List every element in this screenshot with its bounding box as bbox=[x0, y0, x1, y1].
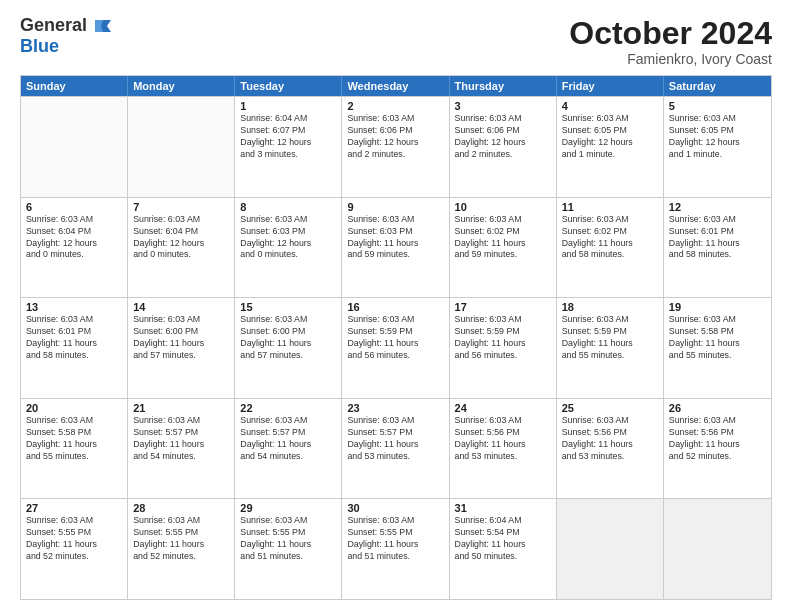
day-of-week-monday: Monday bbox=[128, 76, 235, 96]
logo-flag-icon bbox=[93, 18, 111, 34]
title-block: October 2024 Famienkro, Ivory Coast bbox=[569, 16, 772, 67]
cell-info: and 58 minutes. bbox=[669, 249, 766, 261]
cell-info: Sunrise: 6:04 AM bbox=[240, 113, 336, 125]
cell-info: Daylight: 11 hours bbox=[455, 338, 551, 350]
day-number: 15 bbox=[240, 301, 336, 313]
day-of-week-friday: Friday bbox=[557, 76, 664, 96]
calendar-day-21: 21Sunrise: 6:03 AMSunset: 5:57 PMDayligh… bbox=[128, 399, 235, 499]
logo: General Blue bbox=[20, 16, 111, 57]
cell-info: Sunset: 6:03 PM bbox=[347, 226, 443, 238]
calendar-day-20: 20Sunrise: 6:03 AMSunset: 5:58 PMDayligh… bbox=[21, 399, 128, 499]
day-number: 19 bbox=[669, 301, 766, 313]
cell-info: Sunrise: 6:03 AM bbox=[455, 214, 551, 226]
cell-info: Daylight: 11 hours bbox=[562, 338, 658, 350]
day-number: 2 bbox=[347, 100, 443, 112]
cell-info: Daylight: 11 hours bbox=[240, 439, 336, 451]
cell-info: Sunset: 5:55 PM bbox=[347, 527, 443, 539]
cell-info: and 0 minutes. bbox=[26, 249, 122, 261]
cell-info: and 52 minutes. bbox=[133, 551, 229, 563]
cell-info: Sunset: 5:59 PM bbox=[455, 326, 551, 338]
cell-info: Sunrise: 6:03 AM bbox=[562, 415, 658, 427]
cell-info: and 58 minutes. bbox=[562, 249, 658, 261]
cell-info: Daylight: 11 hours bbox=[669, 338, 766, 350]
day-number: 7 bbox=[133, 201, 229, 213]
cell-info: Sunrise: 6:03 AM bbox=[347, 113, 443, 125]
cell-info: Daylight: 11 hours bbox=[347, 238, 443, 250]
cell-info: Daylight: 11 hours bbox=[240, 338, 336, 350]
day-number: 28 bbox=[133, 502, 229, 514]
cell-info: Sunset: 6:07 PM bbox=[240, 125, 336, 137]
calendar-day-28: 28Sunrise: 6:03 AMSunset: 5:55 PMDayligh… bbox=[128, 499, 235, 599]
calendar-day-17: 17Sunrise: 6:03 AMSunset: 5:59 PMDayligh… bbox=[450, 298, 557, 398]
cell-info: and 52 minutes. bbox=[26, 551, 122, 563]
cell-info: Sunrise: 6:03 AM bbox=[562, 113, 658, 125]
day-number: 18 bbox=[562, 301, 658, 313]
page: General Blue October 2024 Famienkro, Ivo… bbox=[0, 0, 792, 612]
cell-info: Daylight: 11 hours bbox=[347, 338, 443, 350]
cell-info: Sunset: 5:56 PM bbox=[455, 427, 551, 439]
calendar-day-25: 25Sunrise: 6:03 AMSunset: 5:56 PMDayligh… bbox=[557, 399, 664, 499]
logo-general: General bbox=[20, 15, 87, 35]
calendar-day-29: 29Sunrise: 6:03 AMSunset: 5:55 PMDayligh… bbox=[235, 499, 342, 599]
day-of-week-wednesday: Wednesday bbox=[342, 76, 449, 96]
calendar-day-18: 18Sunrise: 6:03 AMSunset: 5:59 PMDayligh… bbox=[557, 298, 664, 398]
cell-info: Sunrise: 6:03 AM bbox=[133, 214, 229, 226]
day-number: 1 bbox=[240, 100, 336, 112]
day-number: 24 bbox=[455, 402, 551, 414]
day-of-week-sunday: Sunday bbox=[21, 76, 128, 96]
cell-info: Sunset: 6:03 PM bbox=[240, 226, 336, 238]
calendar-day-2: 2Sunrise: 6:03 AMSunset: 6:06 PMDaylight… bbox=[342, 97, 449, 197]
cell-info: Sunset: 5:59 PM bbox=[347, 326, 443, 338]
cell-info: Daylight: 12 hours bbox=[562, 137, 658, 149]
cell-info: Sunset: 6:04 PM bbox=[133, 226, 229, 238]
cell-info: Sunrise: 6:03 AM bbox=[562, 214, 658, 226]
cell-info: Daylight: 11 hours bbox=[455, 539, 551, 551]
day-number: 10 bbox=[455, 201, 551, 213]
cell-info: Daylight: 11 hours bbox=[455, 439, 551, 451]
calendar-day-24: 24Sunrise: 6:03 AMSunset: 5:56 PMDayligh… bbox=[450, 399, 557, 499]
calendar-day-4: 4Sunrise: 6:03 AMSunset: 6:05 PMDaylight… bbox=[557, 97, 664, 197]
day-number: 20 bbox=[26, 402, 122, 414]
calendar-day-31: 31Sunrise: 6:04 AMSunset: 5:54 PMDayligh… bbox=[450, 499, 557, 599]
calendar-week-1: 1Sunrise: 6:04 AMSunset: 6:07 PMDaylight… bbox=[21, 96, 771, 197]
cell-info: Sunrise: 6:03 AM bbox=[669, 113, 766, 125]
cell-info: Daylight: 12 hours bbox=[669, 137, 766, 149]
cell-info: Daylight: 12 hours bbox=[26, 238, 122, 250]
calendar: SundayMondayTuesdayWednesdayThursdayFrid… bbox=[20, 75, 772, 600]
cell-info: and 59 minutes. bbox=[347, 249, 443, 261]
cell-info: and 55 minutes. bbox=[26, 451, 122, 463]
calendar-day-6: 6Sunrise: 6:03 AMSunset: 6:04 PMDaylight… bbox=[21, 198, 128, 298]
cell-info: and 52 minutes. bbox=[669, 451, 766, 463]
calendar-week-2: 6Sunrise: 6:03 AMSunset: 6:04 PMDaylight… bbox=[21, 197, 771, 298]
cell-info: Daylight: 12 hours bbox=[240, 238, 336, 250]
cell-info: and 55 minutes. bbox=[669, 350, 766, 362]
cell-info: Sunset: 5:58 PM bbox=[26, 427, 122, 439]
cell-info: and 57 minutes. bbox=[133, 350, 229, 362]
cell-info: Sunset: 6:01 PM bbox=[26, 326, 122, 338]
cell-info: and 2 minutes. bbox=[347, 149, 443, 161]
day-number: 11 bbox=[562, 201, 658, 213]
day-number: 12 bbox=[669, 201, 766, 213]
cell-info: Sunset: 6:02 PM bbox=[455, 226, 551, 238]
cell-info: Daylight: 11 hours bbox=[26, 439, 122, 451]
calendar-week-5: 27Sunrise: 6:03 AMSunset: 5:55 PMDayligh… bbox=[21, 498, 771, 599]
cell-info: Daylight: 11 hours bbox=[562, 439, 658, 451]
cell-info: Sunset: 5:59 PM bbox=[562, 326, 658, 338]
day-number: 25 bbox=[562, 402, 658, 414]
cell-info: Daylight: 11 hours bbox=[240, 539, 336, 551]
calendar-day-10: 10Sunrise: 6:03 AMSunset: 6:02 PMDayligh… bbox=[450, 198, 557, 298]
day-number: 30 bbox=[347, 502, 443, 514]
cell-info: Sunrise: 6:03 AM bbox=[26, 415, 122, 427]
cell-info: Sunrise: 6:03 AM bbox=[562, 314, 658, 326]
cell-info: Sunrise: 6:03 AM bbox=[26, 214, 122, 226]
cell-info: and 53 minutes. bbox=[347, 451, 443, 463]
day-number: 5 bbox=[669, 100, 766, 112]
cell-info: and 51 minutes. bbox=[347, 551, 443, 563]
day-number: 17 bbox=[455, 301, 551, 313]
cell-info: and 56 minutes. bbox=[347, 350, 443, 362]
day-number: 14 bbox=[133, 301, 229, 313]
calendar-body: 1Sunrise: 6:04 AMSunset: 6:07 PMDaylight… bbox=[21, 96, 771, 599]
cell-info: and 56 minutes. bbox=[455, 350, 551, 362]
header: General Blue October 2024 Famienkro, Ivo… bbox=[20, 16, 772, 67]
location: Famienkro, Ivory Coast bbox=[569, 51, 772, 67]
